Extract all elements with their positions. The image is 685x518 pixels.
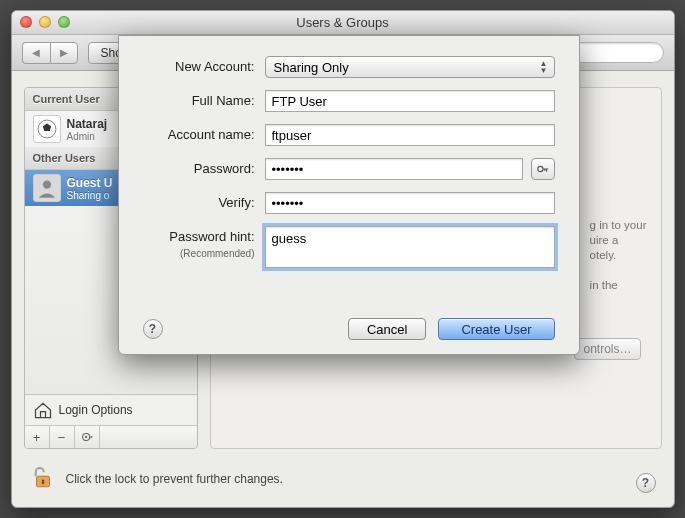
soccer-icon	[36, 118, 58, 140]
titlebar: Users & Groups	[12, 11, 674, 35]
full-name-input[interactable]	[265, 90, 555, 112]
lock-row: Click the lock to prevent further change…	[30, 464, 283, 493]
user-role: Admin	[67, 131, 108, 142]
avatar	[33, 115, 61, 143]
user-name: Nataraj	[67, 117, 108, 131]
ghost-text: otely.	[590, 249, 617, 261]
account-name-input[interactable]	[265, 124, 555, 146]
window-title: Users & Groups	[296, 15, 388, 30]
ghost-text: in the	[590, 279, 618, 291]
forward-button[interactable]: ▶	[50, 42, 78, 64]
add-user-button[interactable]: +	[25, 426, 50, 448]
account-name-label: Account name:	[143, 124, 265, 146]
lock-button[interactable]	[30, 464, 56, 493]
login-options-button[interactable]: Login Options	[25, 394, 197, 425]
password-assistant-button[interactable]	[531, 158, 555, 180]
ghost-text: g in to your	[590, 219, 647, 231]
action-menu-button[interactable]	[75, 426, 100, 448]
minimize-window-button[interactable]	[39, 16, 51, 28]
new-account-value: Sharing Only	[274, 60, 349, 75]
svg-point-6	[84, 436, 86, 438]
password-hint-input[interactable]	[265, 226, 555, 268]
full-name-label: Full Name:	[143, 90, 265, 112]
create-user-button[interactable]: Create User	[438, 318, 554, 340]
key-icon	[536, 162, 550, 176]
nav-buttons: ◀ ▶	[22, 42, 78, 64]
cancel-button[interactable]: Cancel	[348, 318, 426, 340]
user-role: Sharing o	[67, 190, 113, 201]
select-arrows-icon: ▲▼	[540, 60, 548, 74]
ghost-text: uire a	[590, 234, 619, 246]
password-label: Password:	[143, 158, 265, 180]
unlock-icon	[30, 464, 56, 490]
password-input[interactable]	[265, 158, 523, 180]
house-icon	[33, 400, 53, 420]
avatar	[33, 174, 61, 202]
new-account-label: New Account:	[143, 56, 265, 78]
zoom-window-button[interactable]	[58, 16, 70, 28]
sidebar-action-row: + −	[25, 425, 197, 448]
back-button[interactable]: ◀	[22, 42, 50, 64]
traffic-lights	[20, 16, 70, 28]
new-account-select[interactable]: Sharing Only ▲▼	[265, 56, 555, 78]
lock-text: Click the lock to prevent further change…	[66, 472, 283, 486]
user-name: Guest U	[67, 176, 113, 190]
sheet-help-button[interactable]: ?	[143, 319, 163, 339]
svg-point-4	[42, 180, 50, 188]
parental-controls-button[interactable]: ontrols…	[574, 338, 640, 360]
new-account-sheet: New Account: Sharing Only ▲▼ Full Name: …	[118, 35, 580, 355]
gear-icon	[80, 430, 94, 444]
login-options-label: Login Options	[59, 403, 133, 417]
verify-label: Verify:	[143, 192, 265, 214]
silhouette-icon	[36, 177, 58, 199]
help-button[interactable]: ?	[636, 473, 656, 493]
remove-user-button[interactable]: −	[50, 426, 75, 448]
close-window-button[interactable]	[20, 16, 32, 28]
hint-label: Password hint: (Recommended)	[143, 226, 265, 259]
svg-rect-8	[41, 479, 43, 484]
svg-point-9	[537, 166, 542, 171]
preferences-window: Users & Groups ◀ ▶ Show All Current User…	[11, 10, 675, 508]
verify-input[interactable]	[265, 192, 555, 214]
